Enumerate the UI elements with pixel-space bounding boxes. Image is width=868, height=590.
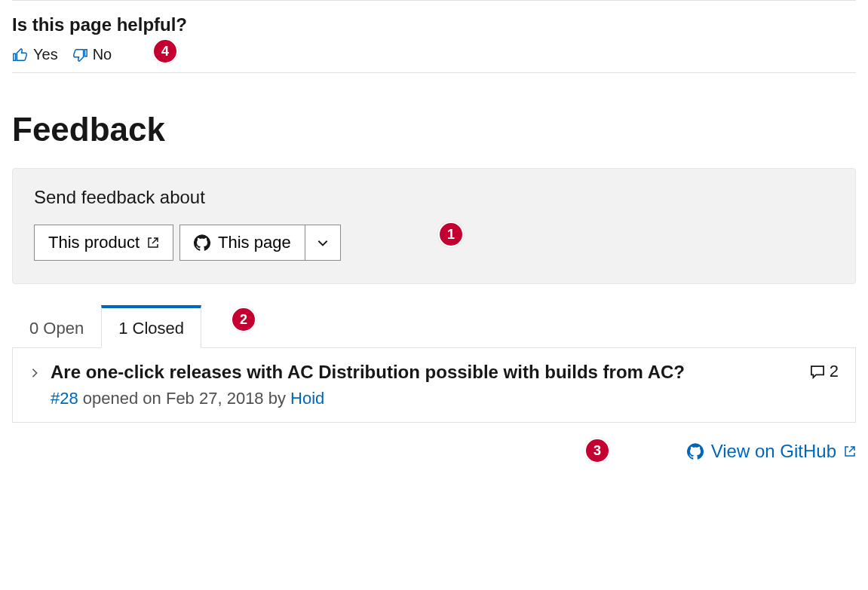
no-button[interactable]: No [72,46,112,63]
yes-button[interactable]: Yes [12,46,58,63]
external-link-icon [844,445,856,457]
issue-ref-link[interactable]: #28 [51,389,78,408]
issue-header-row: Are one-click releases with AC Distribut… [29,362,839,383]
issue-meta: #28 opened on Feb 27, 2018 by Hoid [51,389,839,408]
callout-1: 1 [438,222,464,247]
issue-title[interactable]: Are one-click releases with AC Distribut… [51,362,799,383]
callout-4: 4 [152,38,178,64]
yes-label: Yes [33,46,58,63]
comment-count: 2 [810,362,839,381]
callout-3: 3 [584,438,610,463]
this-product-button[interactable]: This product [34,225,173,261]
send-feedback-card: Send feedback about This product This pa… [12,168,856,284]
issue-tabs: 0 Open 1 Closed 2 [12,305,856,348]
issue-item: Are one-click releases with AC Distribut… [12,347,856,423]
helpful-title: Is this page helpful? [12,14,856,35]
github-icon [194,234,210,251]
comment-number: 2 [830,362,839,381]
callout-2: 2 [231,307,256,332]
this-product-label: This product [48,233,140,252]
feedback-heading: Feedback [12,111,856,148]
view-on-github-label: View on GitHub [711,441,836,462]
thumbs-down-icon [72,47,88,63]
this-page-label: This page [218,233,291,252]
view-on-github-link[interactable]: View on GitHub [687,441,856,462]
send-feedback-label: Send feedback about [34,187,834,208]
tab-open[interactable]: 0 Open [12,307,101,348]
comment-icon [810,364,825,379]
chevron-down-icon [316,236,330,249]
external-link-icon [147,237,159,249]
helpful-buttons: Yes No 4 [12,46,856,63]
thumbs-up-icon [12,47,29,63]
no-label: No [93,46,112,63]
helpful-section: Is this page helpful? Yes No 4 [12,1,856,73]
this-page-dropdown[interactable] [305,225,341,261]
tab-closed[interactable]: 1 Closed [101,305,201,348]
feedback-button-row: This product This page 1 [34,225,834,261]
issue-meta-text: opened on Feb 27, 2018 by [78,389,290,408]
this-page-button-group: This page [179,225,341,261]
footer-row: 3 View on GitHub [12,441,856,462]
chevron-right-icon[interactable] [29,368,40,378]
issue-author-link[interactable]: Hoid [290,389,324,408]
this-page-button[interactable]: This page [179,225,305,261]
github-icon [687,443,704,460]
